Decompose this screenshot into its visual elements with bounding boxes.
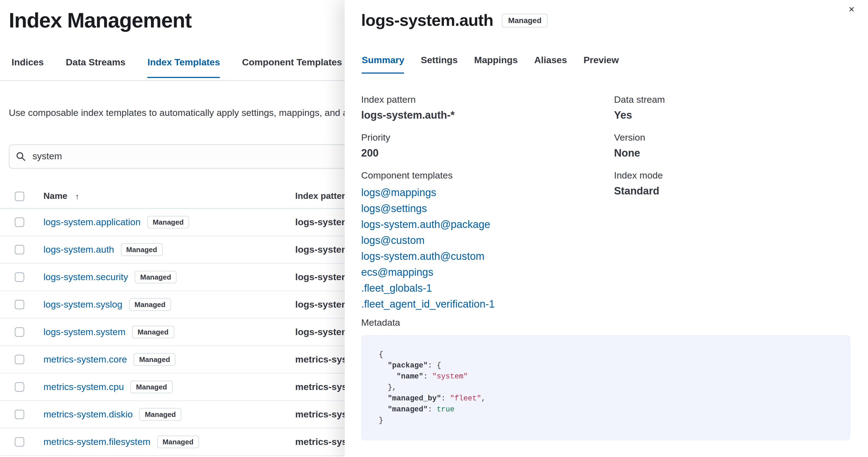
template-name-link[interactable]: metrics-system.filesystem: [43, 436, 150, 447]
row-checkbox[interactable]: [15, 437, 24, 447]
flyout-tabs: SummarySettingsMappingsAliasesPreview: [362, 55, 619, 74]
tab-data-streams[interactable]: Data Streams: [66, 57, 125, 78]
page-title: Index Management: [9, 9, 192, 32]
flyout-tab-settings[interactable]: Settings: [421, 55, 458, 74]
priority-label: Priority: [361, 131, 614, 144]
component-template-link[interactable]: logs-system.auth@package: [361, 217, 614, 232]
flyout-managed-badge: Managed: [502, 13, 548, 27]
close-icon[interactable]: ✕: [846, 3, 857, 15]
managed-badge: Managed: [132, 326, 174, 338]
page-tabs: IndicesData StreamsIndex TemplatesCompon…: [11, 57, 342, 78]
template-name-link[interactable]: logs-system.syslog: [43, 299, 122, 310]
managed-badge: Managed: [140, 408, 181, 421]
metadata-label: Metadata: [361, 316, 850, 330]
index-pattern-value: logs-system.auth-*: [361, 108, 614, 123]
index-pattern-label: Index pattern: [361, 93, 614, 106]
template-name-link[interactable]: logs-system.application: [43, 217, 141, 228]
row-checkbox[interactable]: [15, 382, 24, 392]
data-stream-label: Data stream: [614, 93, 850, 106]
index-management-screen: Index Management IndicesData StreamsInde…: [0, 0, 868, 457]
row-checkbox[interactable]: [15, 327, 24, 337]
component-template-link[interactable]: ecs@mappings: [361, 264, 614, 280]
tab-index-templates[interactable]: Index Templates: [148, 57, 220, 78]
managed-badge: Managed: [121, 243, 163, 256]
flyout-tab-summary[interactable]: Summary: [362, 55, 404, 74]
component-templates-label: Component templates: [361, 169, 614, 182]
managed-badge: Managed: [135, 271, 177, 284]
data-stream-value: Yes: [614, 108, 850, 123]
component-template-link[interactable]: .fleet_agent_id_verification-1: [361, 296, 614, 312]
template-name-link[interactable]: metrics-system.diskio: [43, 409, 133, 420]
row-checkbox[interactable]: [15, 300, 24, 309]
row-checkbox[interactable]: [15, 355, 24, 364]
managed-badge: Managed: [129, 298, 171, 311]
version-value: None: [614, 145, 850, 160]
index-mode-value: Standard: [614, 184, 850, 198]
template-name-link[interactable]: logs-system.system: [43, 327, 126, 337]
priority-value: 200: [361, 145, 614, 160]
row-checkbox[interactable]: [15, 245, 24, 254]
flyout-summary: Index pattern logs-system.auth-* Priorit…: [361, 93, 850, 440]
template-name-link[interactable]: logs-system.security: [43, 272, 128, 283]
search-icon: [16, 152, 26, 162]
row-checkbox[interactable]: [15, 272, 24, 282]
column-header-name[interactable]: Name: [43, 191, 67, 201]
index-mode-label: Index mode: [614, 169, 850, 182]
managed-badge: Managed: [130, 381, 173, 393]
flyout-title: logs-system.auth: [361, 11, 493, 30]
component-template-link[interactable]: .fleet_globals-1: [361, 280, 614, 296]
tab-indices[interactable]: Indices: [11, 57, 44, 78]
component-templates-list: logs@mappingslogs@settingslogs-system.au…: [361, 185, 614, 312]
metadata-section: Metadata { "package": { "name": "system"…: [361, 316, 850, 440]
select-all-checkbox[interactable]: [15, 191, 24, 201]
component-template-link[interactable]: logs-system.auth@custom: [361, 248, 614, 264]
flyout-tab-mappings[interactable]: Mappings: [474, 55, 518, 74]
flyout-header: logs-system.auth Managed: [361, 11, 548, 30]
version-label: Version: [614, 131, 850, 144]
flyout-tab-aliases[interactable]: Aliases: [534, 55, 567, 74]
component-template-link[interactable]: logs@mappings: [361, 185, 614, 200]
summary-right-column: Data stream Yes Version None Index mode …: [614, 93, 850, 312]
component-template-link[interactable]: logs@custom: [361, 232, 614, 248]
template-name-link[interactable]: metrics-system.cpu: [43, 382, 124, 392]
sort-ascending-icon: ↑: [75, 191, 79, 201]
tab-component-templates[interactable]: Component Templates: [242, 57, 342, 78]
summary-left-column: Index pattern logs-system.auth-* Priorit…: [361, 93, 614, 312]
row-checkbox[interactable]: [15, 218, 24, 227]
managed-badge: Managed: [157, 435, 199, 448]
managed-badge: Managed: [133, 353, 176, 366]
flyout-tab-preview[interactable]: Preview: [584, 55, 619, 74]
component-template-link[interactable]: logs@settings: [361, 200, 614, 217]
row-checkbox[interactable]: [15, 410, 24, 419]
managed-badge: Managed: [147, 216, 189, 228]
metadata-code: { "package": { "name": "system" }, "mana…: [361, 335, 850, 440]
template-name-link[interactable]: logs-system.auth: [43, 244, 114, 255]
template-name-link[interactable]: metrics-system.core: [43, 354, 127, 365]
template-details-flyout: ✕ logs-system.auth Managed SummarySettin…: [345, 0, 868, 457]
